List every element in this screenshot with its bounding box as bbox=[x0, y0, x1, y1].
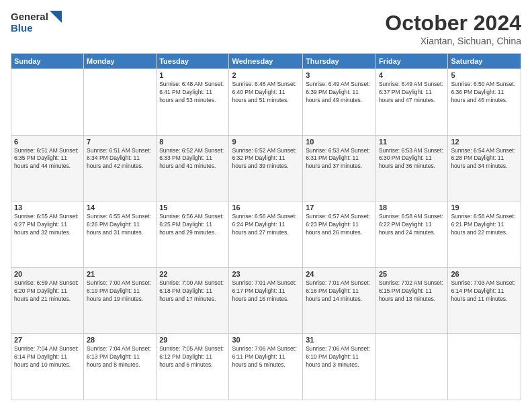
calendar-cell: 27Sunrise: 7:04 AM Sunset: 6:14 PM Dayli… bbox=[11, 334, 84, 400]
calendar-cell: 2Sunrise: 6:48 AM Sunset: 6:40 PM Daylig… bbox=[229, 69, 303, 136]
day-number: 12 bbox=[451, 138, 518, 146]
day-info: Sunrise: 6:48 AM Sunset: 6:41 PM Dayligh… bbox=[159, 81, 226, 105]
day-info: Sunrise: 6:58 AM Sunset: 6:22 PM Dayligh… bbox=[379, 213, 445, 237]
calendar-cell: 30Sunrise: 7:06 AM Sunset: 6:11 PM Dayli… bbox=[229, 334, 303, 400]
month-title: October 2024 bbox=[385, 11, 521, 36]
calendar-cell: 11Sunrise: 6:53 AM Sunset: 6:30 PM Dayli… bbox=[375, 135, 447, 201]
calendar-cell bbox=[84, 69, 157, 136]
day-info: Sunrise: 7:01 AM Sunset: 6:17 PM Dayligh… bbox=[232, 279, 300, 304]
title-block: October 2024 Xiantan, Sichuan, China bbox=[385, 11, 521, 46]
day-info: Sunrise: 6:53 AM Sunset: 6:30 PM Dayligh… bbox=[379, 147, 445, 171]
calendar-header-thursday: Thursday bbox=[303, 54, 376, 69]
day-number: 18 bbox=[379, 203, 445, 212]
day-number: 7 bbox=[87, 138, 153, 146]
logo-blue: Blue bbox=[11, 23, 33, 34]
day-info: Sunrise: 6:58 AM Sunset: 6:21 PM Dayligh… bbox=[451, 213, 518, 237]
calendar-cell: 21Sunrise: 7:00 AM Sunset: 6:19 PM Dayli… bbox=[84, 267, 157, 334]
day-info: Sunrise: 7:03 AM Sunset: 6:14 PM Dayligh… bbox=[451, 279, 518, 304]
calendar-cell: 23Sunrise: 7:01 AM Sunset: 6:17 PM Dayli… bbox=[229, 267, 303, 334]
calendar-cell: 13Sunrise: 6:55 AM Sunset: 6:27 PM Dayli… bbox=[11, 201, 84, 268]
day-number: 31 bbox=[306, 336, 373, 344]
calendar-table: SundayMondayTuesdayWednesdayThursdayFrid… bbox=[11, 53, 521, 400]
day-number: 14 bbox=[87, 203, 153, 212]
day-info: Sunrise: 6:54 AM Sunset: 6:28 PM Dayligh… bbox=[451, 147, 518, 171]
calendar-cell: 20Sunrise: 6:59 AM Sunset: 6:20 PM Dayli… bbox=[11, 267, 84, 334]
day-number: 9 bbox=[232, 138, 300, 146]
calendar-cell: 24Sunrise: 7:01 AM Sunset: 6:16 PM Dayli… bbox=[303, 267, 376, 334]
day-info: Sunrise: 7:00 AM Sunset: 6:19 PM Dayligh… bbox=[87, 279, 153, 304]
svg-marker-0 bbox=[50, 11, 62, 23]
calendar-header-monday: Monday bbox=[84, 54, 157, 69]
calendar-cell: 5Sunrise: 6:50 AM Sunset: 6:36 PM Daylig… bbox=[448, 69, 521, 136]
day-info: Sunrise: 6:49 AM Sunset: 6:39 PM Dayligh… bbox=[306, 81, 373, 105]
calendar-cell: 18Sunrise: 6:58 AM Sunset: 6:22 PM Dayli… bbox=[375, 201, 447, 268]
calendar-header-wednesday: Wednesday bbox=[229, 54, 303, 69]
day-info: Sunrise: 7:04 AM Sunset: 6:14 PM Dayligh… bbox=[14, 345, 81, 369]
calendar-cell: 31Sunrise: 7:06 AM Sunset: 6:10 PM Dayli… bbox=[303, 334, 376, 400]
day-number: 26 bbox=[451, 270, 518, 278]
day-info: Sunrise: 7:05 AM Sunset: 6:12 PM Dayligh… bbox=[159, 345, 226, 369]
calendar-cell: 3Sunrise: 6:49 AM Sunset: 6:39 PM Daylig… bbox=[303, 69, 376, 136]
day-number: 25 bbox=[379, 270, 445, 278]
day-number: 23 bbox=[232, 270, 300, 278]
calendar-cell: 17Sunrise: 6:57 AM Sunset: 6:23 PM Dayli… bbox=[303, 201, 376, 268]
day-info: Sunrise: 6:51 AM Sunset: 6:34 PM Dayligh… bbox=[87, 147, 153, 171]
calendar-cell: 16Sunrise: 6:56 AM Sunset: 6:24 PM Dayli… bbox=[229, 201, 303, 268]
calendar-header-tuesday: Tuesday bbox=[157, 54, 229, 69]
day-number: 5 bbox=[451, 71, 518, 79]
calendar-cell bbox=[448, 334, 521, 400]
calendar-cell: 7Sunrise: 6:51 AM Sunset: 6:34 PM Daylig… bbox=[84, 135, 157, 201]
day-info: Sunrise: 6:56 AM Sunset: 6:24 PM Dayligh… bbox=[232, 213, 300, 237]
day-number: 13 bbox=[14, 203, 81, 212]
day-number: 19 bbox=[451, 203, 518, 212]
calendar-header-sunday: Sunday bbox=[11, 54, 84, 69]
day-number: 8 bbox=[159, 138, 226, 146]
day-info: Sunrise: 7:04 AM Sunset: 6:13 PM Dayligh… bbox=[87, 345, 153, 369]
calendar-cell: 9Sunrise: 6:52 AM Sunset: 6:32 PM Daylig… bbox=[229, 135, 303, 201]
day-number: 4 bbox=[379, 71, 445, 79]
day-number: 28 bbox=[87, 336, 153, 344]
day-info: Sunrise: 6:57 AM Sunset: 6:23 PM Dayligh… bbox=[306, 213, 373, 237]
day-number: 2 bbox=[232, 71, 300, 79]
day-number: 16 bbox=[232, 203, 300, 212]
logo-general: General bbox=[11, 11, 48, 23]
day-number: 10 bbox=[306, 138, 373, 146]
logo: General Blue bbox=[11, 11, 62, 34]
day-info: Sunrise: 6:49 AM Sunset: 6:37 PM Dayligh… bbox=[379, 81, 445, 105]
day-info: Sunrise: 7:01 AM Sunset: 6:16 PM Dayligh… bbox=[306, 279, 373, 304]
day-info: Sunrise: 7:00 AM Sunset: 6:18 PM Dayligh… bbox=[159, 279, 226, 304]
day-info: Sunrise: 6:48 AM Sunset: 6:40 PM Dayligh… bbox=[232, 81, 300, 105]
calendar-cell: 4Sunrise: 6:49 AM Sunset: 6:37 PM Daylig… bbox=[375, 69, 447, 136]
location: Xiantan, Sichuan, China bbox=[385, 36, 521, 46]
day-number: 27 bbox=[14, 336, 81, 344]
day-number: 11 bbox=[379, 138, 445, 146]
calendar-header-saturday: Saturday bbox=[448, 54, 521, 69]
calendar-cell: 6Sunrise: 6:51 AM Sunset: 6:35 PM Daylig… bbox=[11, 135, 84, 201]
day-info: Sunrise: 6:56 AM Sunset: 6:25 PM Dayligh… bbox=[159, 213, 226, 237]
calendar-cell: 12Sunrise: 6:54 AM Sunset: 6:28 PM Dayli… bbox=[448, 135, 521, 201]
calendar-cell: 8Sunrise: 6:52 AM Sunset: 6:33 PM Daylig… bbox=[157, 135, 229, 201]
calendar-cell bbox=[375, 334, 447, 400]
day-info: Sunrise: 7:06 AM Sunset: 6:10 PM Dayligh… bbox=[306, 345, 373, 369]
day-info: Sunrise: 6:55 AM Sunset: 6:26 PM Dayligh… bbox=[87, 213, 153, 237]
day-number: 15 bbox=[159, 203, 226, 212]
calendar-cell: 25Sunrise: 7:02 AM Sunset: 6:15 PM Dayli… bbox=[375, 267, 447, 334]
day-number: 24 bbox=[306, 270, 373, 278]
day-number: 29 bbox=[159, 336, 226, 344]
day-number: 22 bbox=[159, 270, 226, 278]
day-info: Sunrise: 6:53 AM Sunset: 6:31 PM Dayligh… bbox=[306, 147, 373, 171]
day-info: Sunrise: 6:50 AM Sunset: 6:36 PM Dayligh… bbox=[451, 81, 518, 105]
calendar-cell: 14Sunrise: 6:55 AM Sunset: 6:26 PM Dayli… bbox=[84, 201, 157, 268]
calendar-cell: 28Sunrise: 7:04 AM Sunset: 6:13 PM Dayli… bbox=[84, 334, 157, 400]
logo-arrow-icon bbox=[50, 11, 62, 23]
day-number: 3 bbox=[306, 71, 373, 79]
calendar-cell: 19Sunrise: 6:58 AM Sunset: 6:21 PM Dayli… bbox=[448, 201, 521, 268]
calendar-cell: 1Sunrise: 6:48 AM Sunset: 6:41 PM Daylig… bbox=[157, 69, 229, 136]
day-number: 6 bbox=[14, 138, 81, 146]
day-info: Sunrise: 6:52 AM Sunset: 6:33 PM Dayligh… bbox=[159, 147, 226, 171]
calendar-cell: 15Sunrise: 6:56 AM Sunset: 6:25 PM Dayli… bbox=[157, 201, 229, 268]
calendar-header-friday: Friday bbox=[375, 54, 447, 69]
calendar-cell: 26Sunrise: 7:03 AM Sunset: 6:14 PM Dayli… bbox=[448, 267, 521, 334]
day-info: Sunrise: 7:02 AM Sunset: 6:15 PM Dayligh… bbox=[379, 279, 445, 304]
day-info: Sunrise: 6:51 AM Sunset: 6:35 PM Dayligh… bbox=[14, 147, 81, 171]
